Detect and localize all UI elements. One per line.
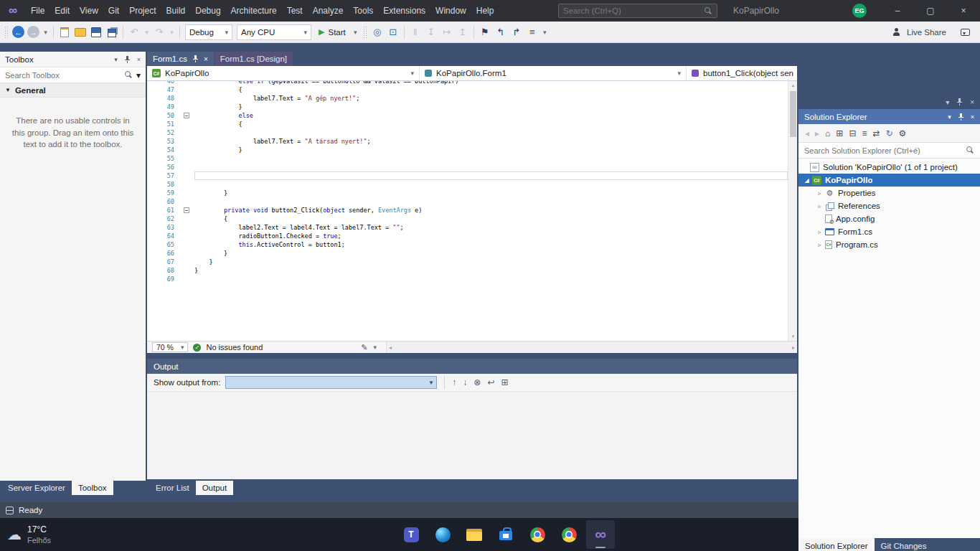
close-button[interactable]: × [947, 0, 980, 22]
close-icon[interactable]: × [970, 98, 974, 106]
tree-item-program-cs[interactable]: ▹C#Program.cs [798, 238, 980, 251]
fold-margin[interactable] [180, 232, 194, 240]
code-line[interactable]: 51 { [147, 120, 788, 128]
code-text[interactable]: else [194, 111, 788, 120]
tree-item-properties[interactable]: ▹⚙Properties [798, 187, 980, 199]
solution-configurations-combo[interactable]: Debug▾ [185, 24, 232, 40]
break-all-icon[interactable]: ‖ [408, 24, 423, 40]
menu-test[interactable]: Test [282, 0, 308, 22]
menu-file[interactable]: File [26, 0, 50, 22]
code-line[interactable]: 58 [147, 180, 788, 189]
home-icon[interactable]: ⌂ [825, 128, 830, 138]
fold-margin[interactable] [180, 206, 194, 215]
code-line[interactable]: 68} [147, 266, 788, 275]
section-expander-icon[interactable]: ▼ [5, 87, 11, 93]
search-icon[interactable] [125, 71, 133, 79]
close-icon[interactable]: × [137, 56, 141, 63]
fold-margin[interactable] [180, 215, 194, 223]
solution-explorer-search-input[interactable] [804, 146, 963, 155]
fold-margin[interactable] [180, 94, 194, 103]
code-line[interactable]: 61 private void button2_Click(object sen… [147, 206, 788, 215]
code-text[interactable] [194, 275, 788, 283]
window-position-icon[interactable]: ▾ [948, 113, 951, 121]
code-line[interactable]: 57 [147, 171, 788, 180]
close-icon[interactable]: × [971, 113, 974, 121]
menu-project[interactable]: Project [124, 0, 161, 22]
maximize-button[interactable]: ▢ [914, 0, 947, 22]
next-bookmark-icon[interactable]: ↱ [509, 24, 524, 40]
solution-platforms-combo[interactable]: Any CPU▾ [237, 24, 311, 40]
code-line[interactable]: 55 [147, 154, 788, 163]
fold-margin[interactable] [180, 258, 194, 266]
scrollbar-thumb[interactable] [790, 91, 796, 137]
menu-git[interactable]: Git [103, 0, 124, 22]
tree-item-app-config[interactable]: App.config [798, 212, 980, 225]
fold-margin[interactable] [180, 137, 194, 146]
fold-margin[interactable] [180, 85, 194, 94]
toolbar-grip[interactable] [363, 26, 367, 38]
expander-closed-icon[interactable]: ▹ [816, 242, 824, 248]
live-share-icon[interactable] [892, 28, 901, 37]
chrome-icon[interactable] [523, 520, 552, 549]
fold-margin[interactable] [180, 240, 194, 249]
code-line[interactable]: 65 this.ActiveControl = button1; [147, 240, 788, 249]
toolbox-section-general[interactable]: ▼ General [0, 83, 146, 98]
navigate-back-icon[interactable]: ◂ [805, 128, 809, 138]
code-text[interactable] [194, 154, 788, 163]
code-text[interactable]: } [194, 249, 788, 258]
track-changes-group[interactable]: ✎ ▾ [361, 343, 377, 352]
expander-closed-icon[interactable]: ▹ [816, 190, 824, 197]
code-line[interactable]: 67 } [147, 258, 788, 266]
code-text[interactable] [194, 197, 788, 206]
weather-widget[interactable]: ☁ 17°C Felhős [7, 518, 51, 551]
collapse-region-icon[interactable] [184, 207, 189, 213]
panel-tab-error-list[interactable]: Error List [149, 481, 196, 495]
fold-margin[interactable] [180, 163, 194, 171]
code-text[interactable] [194, 163, 788, 171]
editor-horizontal-scrollbar[interactable]: ◂ ▸ [386, 342, 797, 353]
properties-icon[interactable]: ⚙ [899, 128, 907, 138]
minimize-button[interactable]: – [881, 0, 914, 22]
menu-view[interactable]: View [75, 0, 103, 22]
code-text[interactable]: radioButton1.Checked = true; [194, 232, 788, 240]
code-text[interactable]: private void button2_Click(object sender… [194, 206, 788, 215]
navigate-forward-icon[interactable]: → [27, 26, 39, 38]
code-line[interactable]: 52 [147, 128, 788, 137]
pen-icon[interactable]: ✎ [361, 343, 367, 352]
tree-item-kopapirollo[interactable]: ◢C#KoPapirOllo [798, 174, 980, 187]
menu-extensions[interactable]: Extensions [378, 0, 430, 22]
step-over-icon[interactable]: ↦ [440, 24, 454, 40]
document-tab-form1-cs-design[interactable]: Form1.cs [Design] [215, 52, 293, 66]
title-search-box[interactable] [558, 4, 717, 18]
fold-margin[interactable] [180, 266, 194, 275]
search-icon[interactable] [705, 7, 712, 15]
pin-icon[interactable] [958, 113, 964, 121]
code-line[interactable]: 47 { [147, 85, 788, 94]
code-text[interactable] [194, 128, 788, 137]
fold-margin[interactable] [180, 120, 194, 128]
code-text[interactable]: label7.Text = "A gép nyert!"; [194, 94, 788, 103]
previous-bookmark-icon[interactable]: ↰ [494, 24, 508, 40]
toolbox-search-input[interactable] [5, 71, 121, 80]
chevron-down-icon[interactable]: ▾ [946, 98, 949, 106]
code-line[interactable]: 62 { [147, 215, 788, 223]
search-icon[interactable] [966, 146, 974, 154]
file-explorer-icon[interactable] [460, 520, 489, 549]
chevron-down-icon[interactable]: ▾ [406, 70, 414, 77]
output-content[interactable] [147, 392, 797, 479]
code-text[interactable]: } [194, 266, 788, 275]
step-out-icon[interactable]: ↥ [456, 24, 470, 40]
toolbar-grip[interactable] [4, 26, 8, 38]
code-line[interactable]: 63 label2.Text = label4.Text = label7.Te… [147, 223, 788, 232]
chrome-2-icon[interactable] [555, 520, 583, 549]
send-feedback-icon[interactable] [961, 29, 970, 36]
code-line[interactable]: 50 else [147, 111, 788, 120]
panel-tab-output[interactable]: Output [196, 481, 234, 495]
menu-build[interactable]: Build [161, 0, 191, 22]
fold-margin[interactable] [180, 189, 194, 197]
microsoft-store-icon[interactable] [491, 520, 520, 549]
collapse-all-icon[interactable]: ⊟ [849, 128, 856, 138]
menu-help[interactable]: Help [471, 0, 499, 22]
panel-tab-git-changes[interactable]: Git Changes [875, 538, 933, 551]
fold-margin[interactable] [180, 249, 194, 258]
